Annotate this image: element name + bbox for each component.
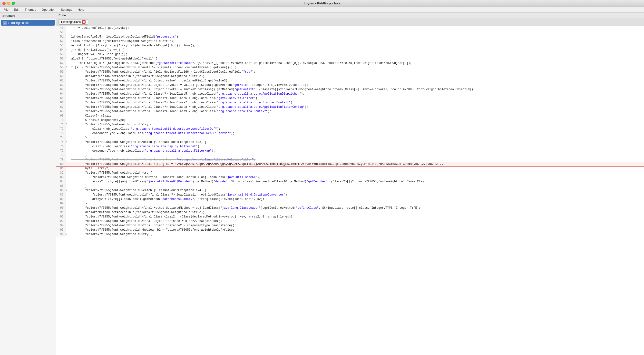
- table-row: 95 "color:#7f0055;font-weight:bold">bool…: [56, 228, 644, 232]
- line-number: 59: [56, 70, 66, 74]
- code-line-text: "color:#7f0055;font-weight:bold">final C…: [70, 105, 644, 109]
- table-row: 49 = declaredField4.get(invoke);: [56, 26, 644, 30]
- code-line-text: Class<?> componentType;: [70, 118, 644, 122]
- table-row: 82⊟ "color:#7f0055;font-weight:bold">try…: [56, 171, 644, 175]
- code-line-text: "color:#7f0055;font-weight:bold">final O…: [70, 219, 644, 223]
- table-row: 88 array2 = (byte[])loadClass11.getMetho…: [56, 197, 644, 202]
- code-line-text: }: [70, 184, 644, 188]
- line-number: 60: [56, 74, 66, 78]
- line-number: 72: [56, 127, 66, 131]
- code-line-text: alue3 != "color:#7f0055;font-weight:bold…: [70, 56, 644, 61]
- code-line-text: j = 0; j < list.size(); ++j) {: [70, 48, 644, 52]
- fold-toggle[interactable]: ⊟: [66, 48, 70, 52]
- table-row: 71⊟ "color:#7f0055;font-weight:bold">try…: [56, 122, 644, 127]
- code-line-text: declaredMethod.setAccessible("color:#7f0…: [70, 210, 644, 214]
- sidebar: Structure C Riddlings.class: [0, 13, 56, 355]
- fold-toggle[interactable]: ⊟: [66, 171, 70, 174]
- maximize-button[interactable]: [12, 2, 15, 5]
- line-number: 88: [56, 197, 66, 202]
- table-row: 57 inal String s = (String)loadClass3.ge…: [56, 61, 644, 65]
- table-row: 79 "color:#7f0055;font-weight:bold">fina…: [56, 158, 644, 162]
- fold-toggle[interactable]: ⊟: [66, 122, 70, 126]
- line-number: 56: [56, 56, 66, 61]
- line-number: 57: [56, 61, 66, 65]
- line-number: 63: [56, 87, 66, 92]
- code-line-text: declaredField6.setAccessible("color:#7f0…: [70, 74, 644, 78]
- line-number: 90: [56, 206, 66, 210]
- code-line-text: Object value3 = list.get(j);: [70, 52, 644, 56]
- minimize-button[interactable]: [7, 2, 10, 5]
- table-row: 61 "color:#7f0055;font-weight:bold">fina…: [56, 78, 644, 83]
- code-line-text: }: [70, 136, 644, 140]
- fold-toggle[interactable]: ⊟: [66, 232, 70, 236]
- fold-toggle[interactable]: ⊟: [66, 140, 70, 144]
- table-row: 66 "color:#7f0055;font-weight:bold">fina…: [56, 100, 644, 105]
- line-number: 82: [56, 171, 66, 175]
- code-line-text: "color:#7f0055;font-weight:bold">final S…: [70, 158, 644, 162]
- close-button[interactable]: [2, 2, 6, 5]
- code-tab[interactable]: Riddlings.class ✕: [58, 19, 88, 25]
- class-file-icon: C: [3, 21, 7, 25]
- line-number: 91: [56, 210, 66, 214]
- line-number: 54: [56, 48, 66, 52]
- fold-toggle[interactable]: ⊟: [66, 56, 70, 60]
- line-number: 96: [56, 232, 66, 236]
- menu-item-help[interactable]: Help: [75, 7, 86, 12]
- menu-item-operation[interactable]: Operation: [39, 7, 58, 12]
- line-number: 84: [56, 180, 66, 184]
- line-number: 66: [56, 100, 66, 105]
- code-line-text: "color:#7f0055;font-weight:bold">final O…: [70, 78, 644, 83]
- sidebar-item-riddlings[interactable]: C Riddlings.class: [1, 20, 55, 26]
- table-row: 96⊟ "color:#7f0055;font-weight:bold">try…: [56, 232, 644, 236]
- code-line-text: "color:#7f0055;font-weight:bold">final O…: [70, 87, 644, 92]
- table-row: 54⊟j = 0; j < list.size(); ++j) {: [56, 48, 644, 52]
- code-line-text: "color:#7f0055;font-weight:bold">final C…: [70, 214, 644, 219]
- titlebar: Luyten - Riddlings.class: [0, 0, 644, 7]
- code-line-text: "color:#7f0055;font-weight:bold">catch (…: [70, 140, 644, 144]
- line-number: 73: [56, 131, 66, 136]
- table-row: 90 "color:#7f0055;font-weight:bold">fina…: [56, 206, 644, 210]
- line-number: 85: [56, 184, 66, 188]
- menu-item-edit[interactable]: Edit: [12, 7, 22, 12]
- line-number: 51: [56, 34, 66, 39]
- window-title: Luyten - Riddlings.class: [304, 2, 340, 5]
- line-number: 83: [56, 175, 66, 180]
- line-number: 87: [56, 192, 66, 197]
- code-line-text: "color:#7f0055;font-weight:bold">final F…: [70, 70, 644, 74]
- table-row: 85 }: [56, 184, 644, 188]
- line-number: 74: [56, 136, 66, 140]
- line-number: 52: [56, 39, 66, 44]
- code-panel-header: Code: [56, 13, 644, 18]
- line-number: 80: [56, 162, 66, 166]
- line-number: 67: [56, 105, 66, 109]
- table-row: 81 byte[] array2;: [56, 166, 644, 171]
- code-line-text: }: [70, 153, 644, 158]
- fold-toggle[interactable]: ⊟: [66, 65, 70, 69]
- code-line-text: "color:#7f0055;font-weight:bold">boolean…: [70, 228, 644, 232]
- table-row: 70 Class<?> componentType;: [56, 118, 644, 122]
- tab-close-button[interactable]: ✕: [82, 20, 86, 24]
- tab-bar: Riddlings.class ✕: [56, 18, 644, 26]
- line-number: 76: [56, 144, 66, 149]
- line-number: 89: [56, 202, 66, 206]
- table-row: 67 "color:#7f0055;font-weight:bold">fina…: [56, 105, 644, 109]
- fold-toggle[interactable]: ⊟: [66, 188, 70, 192]
- menu-item-file[interactable]: File: [1, 7, 11, 12]
- line-number: 61: [56, 78, 66, 83]
- code-line-text: "color:#7f0055;font-weight:bold">catch (…: [70, 188, 644, 192]
- code-line-text: "color:#7f0055;font-weight:bold">try {: [70, 232, 644, 236]
- line-number: 50: [56, 30, 66, 34]
- code-content[interactable]: 49 = declaredField4.get(invoke);50 51 ld…: [56, 26, 644, 355]
- main-layout: Structure C Riddlings.class Code Riddlin…: [0, 13, 644, 355]
- table-row: 93 "color:#7f0055;font-weight:bold">fina…: [56, 219, 644, 223]
- table-row: 92 "color:#7f0055;font-weight:bold">fina…: [56, 214, 644, 219]
- menu-item-settings[interactable]: Settings: [58, 7, 74, 12]
- code-line-text: byte[] array2;: [70, 166, 644, 171]
- code-line-text: "color:#7f0055;font-weight:bold">final C…: [70, 109, 644, 114]
- table-row: 56⊟alue3 != "color:#7f0055;font-weight:b…: [56, 56, 644, 61]
- table-row: 64 "color:#7f0055;font-weight:bold">fina…: [56, 92, 644, 96]
- code-line-text: array2 = (byte[])obj.loadClass("java.uti…: [70, 180, 644, 184]
- table-row: 75⊟ "color:#7f0055;font-weight:bold">cat…: [56, 140, 644, 144]
- table-row: 50: [56, 30, 644, 34]
- menu-item-themes[interactable]: Themes: [22, 7, 38, 12]
